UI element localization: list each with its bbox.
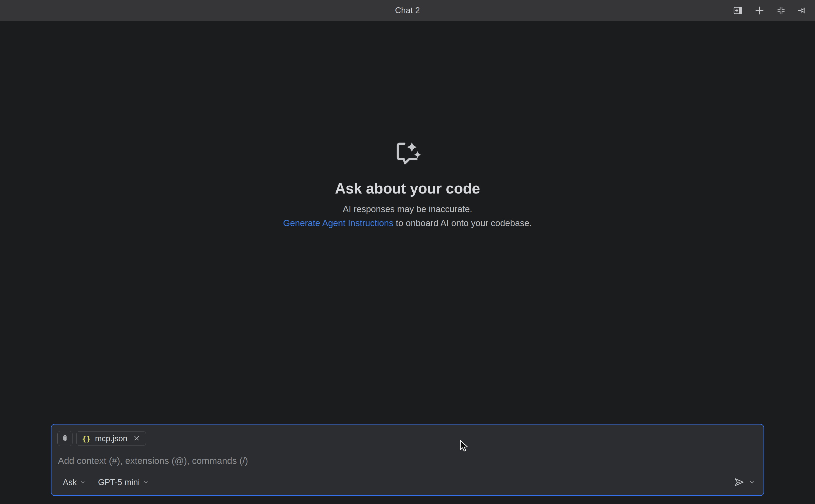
paperclip-icon: [60, 434, 70, 444]
new-chat-button[interactable]: [754, 5, 765, 16]
empty-state-title: Ask about your code: [335, 180, 480, 197]
pin-window-button[interactable]: [797, 5, 808, 16]
chat-message-input[interactable]: [57, 455, 758, 467]
chevron-down-icon: [143, 478, 149, 487]
model-selector-value: GPT-5 mini: [98, 478, 140, 487]
send-icon: [733, 476, 745, 489]
hint-suffix: to onboard AI onto your codebase.: [393, 218, 532, 228]
dock-right-icon: [733, 5, 743, 16]
attach-context-button[interactable]: [57, 431, 72, 446]
chat-composer[interactable]: {} mcp.json Ask GPT-5 mini: [51, 424, 764, 496]
chat-tab-title: Chat 2: [395, 6, 420, 15]
context-chip-label: mcp.json: [95, 434, 127, 443]
header-actions: [733, 0, 808, 21]
send-options-button[interactable]: [749, 479, 755, 486]
empty-state-subtitle: AI responses may be inaccurate.: [343, 204, 472, 214]
send-controls: [733, 476, 758, 489]
pin-icon: [797, 5, 808, 16]
collapse-window-button[interactable]: [776, 5, 786, 16]
json-braces-icon: {}: [82, 434, 91, 443]
mode-selector[interactable]: Ask: [63, 478, 86, 487]
title-bar: Chat 2: [0, 0, 815, 21]
chevron-down-icon: [749, 479, 755, 486]
open-in-editor-button[interactable]: [733, 5, 743, 16]
generate-agent-instructions-link[interactable]: Generate Agent Instructions: [283, 218, 393, 228]
empty-chat-state: Ask about your code AI responses may be …: [0, 138, 815, 228]
model-selector[interactable]: GPT-5 mini: [98, 478, 149, 487]
remove-context-button[interactable]: [133, 434, 140, 443]
close-icon: [133, 434, 140, 443]
chevron-down-icon: [80, 478, 86, 487]
mode-selector-value: Ask: [63, 478, 77, 487]
composer-controls-row: Ask GPT-5 mini: [57, 475, 758, 489]
send-button[interactable]: [733, 476, 745, 489]
context-chip-mcp-json[interactable]: {} mcp.json: [76, 431, 146, 446]
plus-icon: [754, 5, 765, 16]
empty-state-hint: Generate Agent Instructions to onboard A…: [283, 218, 532, 228]
composer-attachments-row: {} mcp.json: [57, 431, 758, 446]
collapse-icon: [776, 5, 786, 16]
chat-sparkles-icon: [392, 138, 423, 168]
